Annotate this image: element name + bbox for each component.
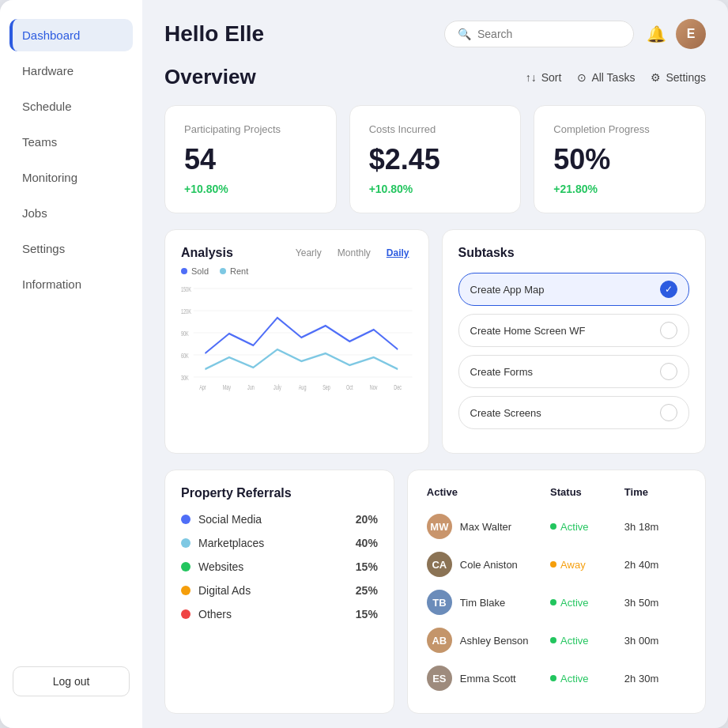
svg-text:Oct: Oct bbox=[346, 383, 353, 392]
subtask-check[interactable] bbox=[660, 363, 677, 380]
referral-pct: 15% bbox=[356, 608, 378, 620]
user-info: MW Max Walter bbox=[427, 514, 550, 539]
time-value: 2h 40m bbox=[624, 559, 686, 571]
table-row: AB Ashley Benson Active 3h 00m bbox=[424, 621, 689, 659]
sidebar: DashboardHardwareScheduleTeamsMonitoring… bbox=[0, 0, 142, 728]
settings-button[interactable]: ⚙ Settings bbox=[651, 71, 706, 84]
analysis-tab-monthly[interactable]: Monthly bbox=[334, 246, 374, 260]
svg-text:30K: 30K bbox=[181, 374, 189, 383]
referral-pct: 20% bbox=[356, 513, 378, 526]
sidebar-item-information[interactable]: Information bbox=[9, 268, 133, 300]
subtask-check[interactable] bbox=[660, 404, 677, 421]
analysis-tab-yearly[interactable]: Yearly bbox=[292, 246, 325, 260]
sidebar-item-dashboard[interactable]: Dashboard bbox=[9, 19, 133, 51]
stat-card-2: Completion Progress 50% +21.80% bbox=[534, 105, 706, 213]
subtask-item-1[interactable]: Create Home Screen WF bbox=[458, 314, 690, 347]
referral-label: Marketplaces bbox=[198, 537, 264, 549]
subtasks-title: Subtasks bbox=[458, 246, 690, 260]
search-input[interactable] bbox=[477, 28, 620, 40]
referral-pct: 15% bbox=[356, 560, 378, 573]
user-name: Ashley Benson bbox=[460, 635, 529, 647]
svg-text:Nov: Nov bbox=[370, 383, 378, 392]
svg-text:Apr: Apr bbox=[199, 383, 206, 392]
sidebar-item-hardware[interactable]: Hardware bbox=[9, 55, 133, 87]
gear-icon: ⚙ bbox=[651, 71, 661, 84]
subtasks-list: Create App Map ✓ Create Home Screen WF C… bbox=[458, 273, 690, 429]
subtask-item-0[interactable]: Create App Map ✓ bbox=[458, 273, 690, 306]
time-value: 3h 00m bbox=[624, 635, 686, 647]
referral-item-0: Social Media 20% bbox=[181, 513, 378, 526]
sort-icon: ↑↓ bbox=[526, 71, 537, 84]
analysis-tab-daily[interactable]: Daily bbox=[383, 246, 413, 260]
user-info: ES Emma Scott bbox=[427, 666, 550, 691]
stat-card-1: Costs Incurred $2.45 +10.80% bbox=[349, 105, 522, 213]
search-bar[interactable]: 🔍 bbox=[444, 21, 634, 47]
avatar: AB bbox=[427, 628, 452, 653]
header: Hello Elle 🔍 🔔 E bbox=[164, 19, 706, 49]
subtask-check[interactable]: ✓ bbox=[660, 281, 677, 298]
sidebar-item-monitoring[interactable]: Monitoring bbox=[9, 161, 133, 194]
status-badge: Away bbox=[550, 559, 624, 571]
user-name: Max Walter bbox=[460, 521, 511, 533]
user-name: Cole Aniston bbox=[460, 559, 518, 571]
middle-row: Analysis YearlyMonthlyDaily SoldRent 150… bbox=[164, 229, 706, 454]
stat-change: +10.80% bbox=[369, 183, 502, 195]
referrals-list: Social Media 20% Marketplaces 40% Websit… bbox=[181, 513, 378, 620]
chart-legend: SoldRent bbox=[181, 266, 413, 276]
referral-label: Social Media bbox=[198, 513, 262, 526]
avatar: MW bbox=[427, 514, 452, 539]
subtasks-card: Subtasks Create App Map ✓ Create Home Sc… bbox=[442, 229, 707, 454]
referral-item-3: Digital Ads 25% bbox=[181, 584, 378, 597]
stat-value: 50% bbox=[553, 143, 686, 176]
sort-button[interactable]: ↑↓ Sort bbox=[526, 71, 562, 84]
active-rows: MW Max Walter Active 3h 18m CA Cole Anis… bbox=[424, 507, 689, 697]
user-name: Tim Blake bbox=[460, 597, 505, 609]
referrals-title: Property Referrals bbox=[181, 486, 378, 500]
active-col-status: Status bbox=[550, 486, 624, 498]
main-content: Hello Elle 🔍 🔔 E Overview ↑↓ Sort ⊙ All … bbox=[142, 0, 728, 728]
bottom-row: Property Referrals Social Media 20% Mark… bbox=[164, 470, 706, 714]
overview-title: Overview bbox=[164, 65, 256, 89]
settings-label: Settings bbox=[666, 71, 706, 84]
referral-item-2: Websites 15% bbox=[181, 560, 378, 573]
referral-label: Digital Ads bbox=[198, 584, 251, 597]
referral-label: Websites bbox=[198, 560, 243, 573]
status-badge: Active bbox=[550, 673, 624, 685]
header-icons: 🔔 E bbox=[647, 19, 706, 49]
active-col-time: Time bbox=[624, 486, 686, 498]
legend-item-sold: Sold bbox=[181, 266, 209, 276]
svg-text:Aug: Aug bbox=[299, 383, 307, 392]
subtask-item-2[interactable]: Create Forms bbox=[458, 355, 690, 388]
logout-button[interactable]: Log out bbox=[13, 666, 130, 696]
avatar: TB bbox=[427, 590, 452, 615]
referral-pct: 25% bbox=[356, 584, 378, 597]
sidebar-item-settings[interactable]: Settings bbox=[9, 232, 133, 265]
analysis-chart: 150K 120K 90K 60K 30K Apr bbox=[181, 282, 413, 393]
analysis-tabs: YearlyMonthlyDaily bbox=[292, 246, 413, 260]
subtask-check[interactable] bbox=[660, 322, 677, 339]
stat-change: +21.80% bbox=[553, 183, 686, 195]
sidebar-item-jobs[interactable]: Jobs bbox=[9, 197, 133, 229]
time-value: 3h 18m bbox=[624, 521, 686, 533]
active-table-header: ActiveStatusTime bbox=[424, 486, 689, 498]
stat-value: $2.45 bbox=[369, 143, 502, 176]
sidebar-item-schedule[interactable]: Schedule bbox=[9, 90, 133, 123]
stat-label: Participating Projects bbox=[184, 123, 317, 135]
bell-icon[interactable]: 🔔 bbox=[647, 25, 666, 43]
table-row: CA Cole Aniston Away 2h 40m bbox=[424, 545, 689, 583]
subtask-label: Create Screens bbox=[470, 407, 541, 419]
stat-label: Completion Progress bbox=[553, 123, 686, 135]
svg-text:May: May bbox=[223, 383, 232, 392]
table-row: ES Emma Scott Active 2h 30m bbox=[424, 659, 689, 697]
avatar[interactable]: E bbox=[676, 19, 706, 49]
referral-item-4: Others 15% bbox=[181, 608, 378, 620]
table-row: TB Tim Blake Active 3h 50m bbox=[424, 583, 689, 621]
subtask-item-3[interactable]: Create Screens bbox=[458, 396, 690, 429]
svg-text:Jun: Jun bbox=[247, 383, 255, 392]
referral-item-1: Marketplaces 40% bbox=[181, 537, 378, 549]
sidebar-item-teams[interactable]: Teams bbox=[9, 126, 133, 158]
active-col-active: Active bbox=[427, 486, 550, 498]
active-users-card: ActiveStatusTime MW Max Walter Active 3h… bbox=[407, 470, 706, 714]
svg-text:Dec: Dec bbox=[394, 383, 402, 392]
all-tasks-button[interactable]: ⊙ All Tasks bbox=[577, 71, 635, 84]
